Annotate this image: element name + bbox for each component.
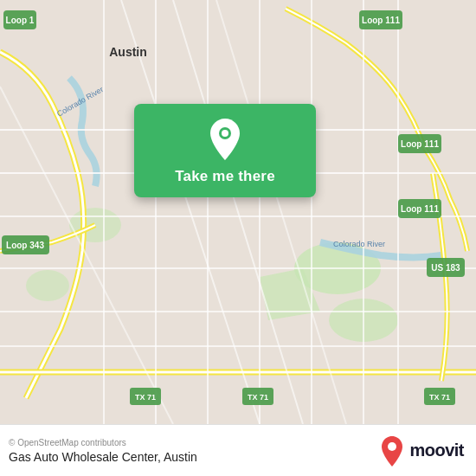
- osm-attribution: © OpenStreetMap contributors: [9, 438, 197, 447]
- bottom-left-info: © OpenStreetMap contributors Gas Auto Wh…: [9, 438, 197, 464]
- moovit-pin-icon: [380, 435, 404, 466]
- map-svg: Loop 1 Austin Loop 111 Loop 111 Loop 111…: [0, 0, 476, 424]
- take-me-there-button[interactable]: Take me there: [175, 168, 275, 185]
- svg-text:Loop 343: Loop 343: [6, 241, 44, 250]
- svg-point-48: [388, 442, 396, 451]
- svg-point-47: [222, 130, 228, 137]
- moovit-logo: moovit: [380, 435, 464, 466]
- svg-text:Loop 111: Loop 111: [401, 139, 439, 149]
- pin-icon-wrapper: [205, 119, 245, 159]
- location-name-label: Gas Auto Wholesale Center, Austin: [9, 450, 197, 464]
- svg-text:Loop 111: Loop 111: [362, 16, 400, 25]
- svg-text:Colorado River: Colorado River: [333, 240, 385, 248]
- svg-text:Loop 1: Loop 1: [6, 16, 35, 25]
- svg-text:Austin: Austin: [109, 45, 147, 59]
- svg-text:TX 71: TX 71: [248, 393, 268, 402]
- svg-text:TX 71: TX 71: [429, 393, 450, 402]
- location-card: Take me there: [134, 104, 316, 197]
- bottom-bar: © OpenStreetMap contributors Gas Auto Wh…: [0, 424, 476, 476]
- map-view: Loop 1 Austin Loop 111 Loop 111 Loop 111…: [0, 0, 476, 424]
- svg-text:US 183: US 183: [431, 263, 460, 273]
- location-pin-icon: [205, 117, 245, 162]
- moovit-brand-text: moovit: [409, 441, 464, 460]
- svg-point-5: [26, 270, 69, 301]
- svg-text:TX 71: TX 71: [135, 393, 156, 402]
- svg-text:Loop 111: Loop 111: [401, 204, 439, 214]
